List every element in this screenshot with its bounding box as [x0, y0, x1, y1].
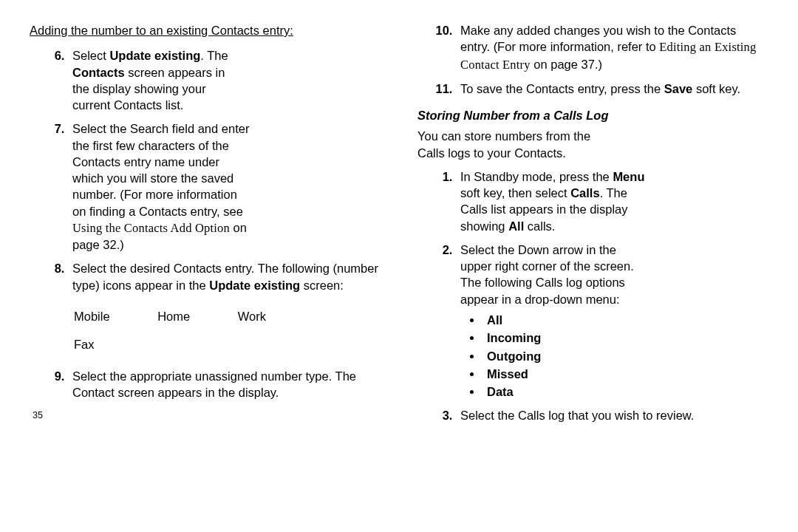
storing-step-2: Select the Down arrow in the upper right… [456, 242, 645, 400]
left-steps-list: Select Update existing. The Contacts scr… [30, 47, 381, 293]
text: To save the Contacts entry, press the [460, 82, 664, 95]
step-9: Select the appropriate unassigned number… [68, 368, 381, 401]
option-incoming: Incoming [482, 330, 645, 346]
text: Select the Calls log that you wish to re… [460, 409, 694, 422]
icon-label-home: Home [157, 308, 190, 324]
text: . The [200, 49, 228, 62]
section-intro: You can store numbers from the Calls log… [417, 128, 610, 161]
text-bold: Menu [613, 170, 644, 183]
text-bold: Update existing [109, 49, 200, 62]
storing-steps-list: In Standby mode, press the Menu soft key… [417, 168, 768, 424]
text: Select [72, 49, 109, 62]
storing-step-1: In Standby mode, press the Menu soft key… [456, 168, 645, 234]
text: Select the Search field and enter the fi… [72, 122, 249, 217]
step-11: To save the Contacts entry, press the Sa… [456, 81, 768, 97]
calls-log-options: All Incoming Outgoing Missed Data [460, 312, 645, 400]
text: screen: [300, 279, 344, 292]
page-number: 35 [33, 409, 381, 422]
option-missed: Missed [482, 366, 645, 382]
subhead-adding: Adding the number to an existing Contact… [30, 22, 381, 38]
text-bold: Contacts [72, 66, 125, 79]
text: on page 37.) [531, 58, 602, 71]
number-type-icons: Mobile Home Work Fax [74, 308, 381, 353]
icon-label-fax: Fax [74, 336, 336, 352]
right-column: Make any added changes you wish to the C… [417, 22, 768, 432]
text-bold: Update existing [209, 279, 300, 292]
step-8: Select the desired Contacts entry. The f… [68, 260, 381, 293]
option-outgoing: Outgoing [482, 348, 645, 364]
step-10: Make any added changes you wish to the C… [456, 22, 768, 73]
option-data: Data [482, 383, 645, 400]
text: Select the Down arrow in the upper right… [460, 243, 634, 306]
icon-label-mobile: Mobile [74, 308, 110, 324]
right-steps-list: Make any added changes you wish to the C… [417, 22, 768, 97]
left-column: Adding the number to an existing Contact… [30, 22, 381, 432]
storing-step-3: Select the Calls log that you wish to re… [456, 407, 768, 423]
text-bold: All [508, 219, 524, 233]
text: calls. [524, 219, 555, 233]
text: Select the appropriate unassigned number… [72, 369, 356, 399]
text-bold: Calls [570, 186, 599, 200]
text: soft key. [692, 82, 740, 95]
option-all: All [482, 312, 645, 328]
step-6: Select Update existing. The Contacts scr… [68, 47, 242, 113]
section-heading-storing: Storing Number from a Calls Log [417, 107, 768, 123]
text-bold: Save [664, 82, 693, 95]
icon-label-work: Work [238, 308, 266, 324]
cross-ref: Using the Contacts Add Option [72, 221, 230, 235]
step-7: Select the Search field and enter the fi… [68, 120, 250, 253]
manual-page: Adding the number to an existing Contact… [0, 0, 798, 446]
text: In Standby mode, press the [460, 170, 613, 183]
left-steps-list-continued: Select the appropriate unassigned number… [30, 368, 381, 401]
text: soft key, then select [460, 186, 570, 200]
